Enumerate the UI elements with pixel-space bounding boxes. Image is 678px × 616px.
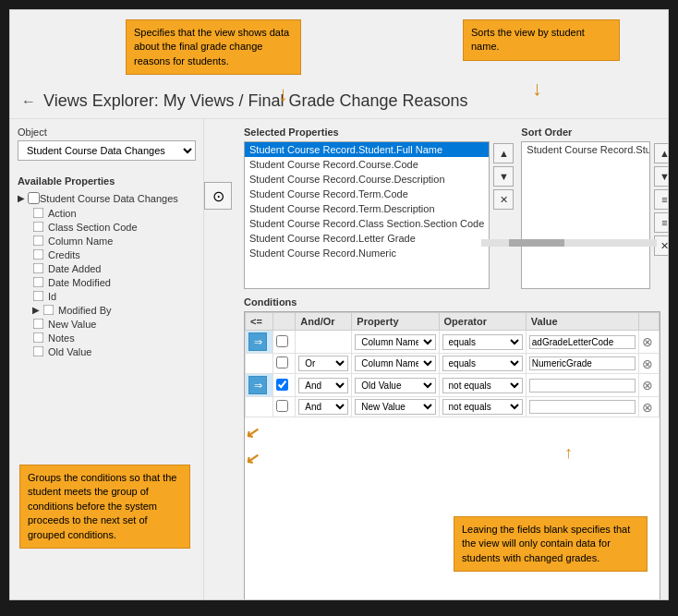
property-cell-4: New Value xyxy=(352,397,439,417)
column-name-checkbox[interactable] xyxy=(33,236,44,247)
selected-properties-inner: Student Course Record.Student.Full Name … xyxy=(244,141,514,289)
value-input-2[interactable] xyxy=(529,356,636,370)
tree-expand-icon: ▶ xyxy=(18,193,25,203)
andor-select-2[interactable]: Or And xyxy=(298,356,348,371)
new-value-checkbox[interactable] xyxy=(33,319,44,330)
andor-cell-1 xyxy=(296,331,352,354)
checkbox-cell-2 xyxy=(272,354,295,374)
list-item[interactable]: Student Course Record.Term.Description xyxy=(245,201,489,216)
column-name-label: Column Name xyxy=(48,236,113,247)
property-select-3[interactable]: Old Value xyxy=(355,378,435,393)
andor-select-4[interactable]: And Or xyxy=(298,399,348,415)
modified-by-expand: ▶ xyxy=(32,305,40,315)
move-down-button[interactable]: ▼ xyxy=(493,166,514,187)
top-panels: Selected Properties Student Course Recor… xyxy=(244,127,660,289)
action-checkbox[interactable] xyxy=(33,208,44,219)
notes-checkbox[interactable] xyxy=(33,332,44,344)
row-checkbox-3[interactable] xyxy=(276,379,288,391)
move-up-button[interactable]: ▲ xyxy=(493,143,514,163)
group-button-1[interactable]: ⇒ xyxy=(248,332,267,351)
list-item: Old Value xyxy=(32,344,196,358)
checkbox-cell-3 xyxy=(272,374,295,397)
tooltip-top-right: Sorts the view by student name. xyxy=(463,19,620,61)
selected-properties-label: Selected Properties xyxy=(244,127,514,138)
sort-order-section: Sort Order Student Course Record.Student… xyxy=(521,127,668,289)
list-item[interactable]: Student Course Record.Letter Grade xyxy=(245,231,489,246)
remove-cell-1: ⊗ xyxy=(638,331,659,354)
operator-select-2[interactable]: equals xyxy=(442,356,523,371)
id-checkbox[interactable] xyxy=(33,291,44,302)
sort-order-label: Sort Order xyxy=(521,127,668,138)
arrow-down-2: ↓ xyxy=(532,77,542,101)
checkbox-cell-4 xyxy=(272,397,295,417)
value-input-1[interactable] xyxy=(529,335,636,349)
tooltip-bottom-right: Leaving the fields blank specifies that … xyxy=(454,516,648,572)
sort-move-down-button[interactable]: ▼ xyxy=(654,166,668,187)
sort-asc-button[interactable]: ≡ xyxy=(654,189,668,210)
available-properties-label: Available Properties xyxy=(18,175,196,187)
row-checkbox-1[interactable] xyxy=(276,335,288,347)
modified-by-checkbox[interactable] xyxy=(43,305,54,316)
tree-root-checkbox[interactable] xyxy=(28,192,40,204)
operator-cell-1: equals xyxy=(439,331,526,354)
list-item[interactable]: Student Course Record.Class Section.Sect… xyxy=(245,216,489,231)
col-operator: Operator xyxy=(439,313,526,331)
value-input-4[interactable] xyxy=(529,400,636,414)
value-input-3[interactable] xyxy=(529,379,636,393)
property-cell-3: Old Value xyxy=(352,374,439,397)
sort-move-up-button[interactable]: ▲ xyxy=(654,143,668,163)
sort-order-buttons: ▲ ▼ ≡ ≡ ✕ xyxy=(654,141,668,289)
remove-button[interactable]: ✕ xyxy=(493,189,514,210)
andor-cell-2: Or And xyxy=(296,354,352,374)
list-item[interactable]: Student Course Record.Student.Full Name xyxy=(245,142,489,157)
credits-checkbox[interactable] xyxy=(33,249,44,260)
date-added-checkbox[interactable] xyxy=(33,263,44,274)
row-checkbox-2[interactable] xyxy=(276,356,288,368)
date-modified-checkbox[interactable] xyxy=(33,277,44,288)
remove-row-4[interactable]: ⊗ xyxy=(642,400,653,415)
group-button-3[interactable]: ⇒ xyxy=(248,376,267,394)
operator-select-1[interactable]: equals xyxy=(442,334,523,350)
tooltip-bottom-left: Groups the conditions so that the studen… xyxy=(19,465,190,549)
sort-order-inner: Student Course Record.Student.Full Name … xyxy=(521,141,668,289)
value-cell-3 xyxy=(526,374,638,397)
remove-row-2[interactable]: ⊗ xyxy=(642,356,653,371)
property-select-1[interactable]: Column Name xyxy=(355,334,435,350)
group-cell-4 xyxy=(246,397,273,417)
property-cell-1: Column Name xyxy=(352,331,439,354)
table-row: And Or New Value xyxy=(246,397,660,417)
andor-select-3[interactable]: And Or xyxy=(298,378,348,393)
property-select-4[interactable]: New Value xyxy=(355,399,435,415)
list-item[interactable]: Student Course Record.Term.Code xyxy=(245,187,489,201)
credits-label: Credits xyxy=(48,249,80,260)
list-item: Date Added xyxy=(32,261,196,275)
list-item[interactable]: Student Course Record.Course.Description xyxy=(245,172,489,187)
property-cell-2: Column Name xyxy=(352,354,439,374)
operator-select-4[interactable]: not equals xyxy=(442,399,523,415)
list-item: Class Section Code xyxy=(32,220,196,234)
list-item[interactable]: Student Course Record.Numeric xyxy=(245,246,489,260)
move-right-button[interactable]: ⊙ xyxy=(204,182,232,210)
sort-order-list[interactable]: Student Course Record.Student.Full Name … xyxy=(521,141,650,289)
class-section-code-checkbox[interactable] xyxy=(33,222,44,233)
list-item[interactable]: Student Course Record.Course.Code xyxy=(245,157,489,172)
col-remove xyxy=(638,313,659,331)
sort-desc-button[interactable]: ≡ xyxy=(654,212,668,233)
object-select[interactable]: Student Course Data Changes xyxy=(18,140,196,161)
group-cell-3: ⇒ xyxy=(246,374,273,397)
property-select-2[interactable]: Column Name xyxy=(355,356,435,371)
selected-properties-list[interactable]: Student Course Record.Student.Full Name … xyxy=(244,141,490,289)
row-checkbox-4[interactable] xyxy=(276,400,288,412)
table-row: ⇒ And Or xyxy=(246,374,660,397)
old-value-checkbox[interactable] xyxy=(33,346,44,357)
list-item: Id xyxy=(32,289,196,303)
remove-row-3[interactable]: ⊗ xyxy=(642,378,653,393)
list-item[interactable]: Student Course Record.Student.Full Name … xyxy=(522,142,649,157)
group-cell-2 xyxy=(246,354,273,374)
header: ← Views Explorer: My Views / Final Grade… xyxy=(10,84,668,119)
operator-cell-3: not equals xyxy=(439,374,526,397)
remove-row-1[interactable]: ⊗ xyxy=(642,334,653,349)
list-item: Date Modified xyxy=(32,275,196,289)
operator-select-3[interactable]: not equals xyxy=(442,378,523,393)
back-button[interactable]: ← xyxy=(21,93,36,110)
